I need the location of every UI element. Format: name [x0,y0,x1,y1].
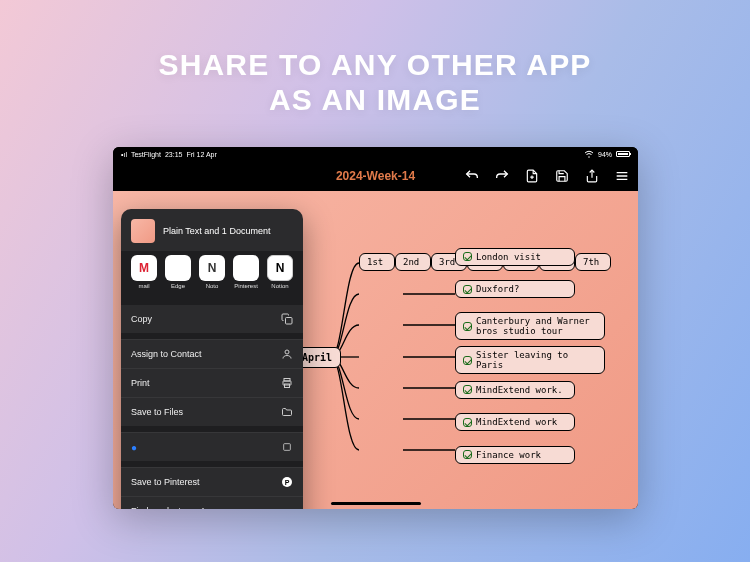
root-label: April [302,352,332,363]
battery-pct: 94% [598,151,612,158]
day-node[interactable]: 1st [359,253,395,271]
share-sheet: Plain Text and 1 Document MmaileEdgeNNot… [121,209,303,509]
marketing-headline: SHARE TO ANY OTHER APP AS AN IMAGE [0,48,750,117]
share-app-notion[interactable]: NNotion [267,255,293,289]
checkbox-icon[interactable] [463,285,472,294]
app-label: Pinterest [234,283,258,289]
copy-icon [281,313,293,325]
print-icon [281,377,293,389]
svg-text:P: P [285,479,290,486]
checkbox-icon[interactable] [463,252,472,261]
share-app-noto[interactable]: NNoto [199,255,225,289]
app-label: Noto [206,283,219,289]
task-node[interactable]: Finance work [455,446,575,464]
svg-rect-6 [286,318,293,325]
headline-line-2: AS AN IMAGE [0,83,750,118]
task-node[interactable]: Sister leaving to Paris [455,346,605,374]
action-label: Assign to Contact [131,349,202,359]
action-label: Save to Pinterest [131,477,200,487]
app-label: mail [138,283,149,289]
app-icon: M [131,255,157,281]
status-date: Fri 12 Apr [186,151,216,158]
battery-icon [616,151,630,157]
share-app-mail[interactable]: Mmail [131,255,157,289]
checkbox-icon[interactable] [463,385,472,394]
share-action[interactable]: Copy [121,305,303,333]
app-label: Edge [171,283,185,289]
checkbox-icon[interactable] [463,322,472,331]
task-node[interactable]: MindExtend work [455,413,575,431]
task-node[interactable]: Duxford? [455,280,575,298]
share-action[interactable]: Find products on Amazon [121,496,303,509]
action-dot-icon: ● [131,442,137,453]
share-action[interactable]: Print [121,368,303,397]
app-icon: P [233,255,259,281]
day-label: 3rd [439,257,455,267]
day-label: 2nd [403,257,419,267]
task-label: London visit [476,252,541,262]
undo-button[interactable] [464,168,480,184]
task-label: MindExtend work [476,417,557,427]
share-button[interactable] [584,168,600,184]
save-button[interactable] [554,168,570,184]
mindmap-canvas[interactable]: April 1st2nd3rd4th5th6th7th London visit… [113,191,638,509]
status-bar: •ıl TestFlight 23:15 Fri 12 Apr 94% [113,147,638,161]
share-app-edge[interactable]: eEdge [165,255,191,289]
app-icon: N [199,255,225,281]
action-label: Find products on Amazon [131,506,233,509]
status-carrier: TestFlight [131,151,161,158]
svg-point-7 [285,350,289,354]
contact-icon [281,348,293,360]
share-app-row: MmaileEdgeNNotoPPinterestNNotion [121,251,303,299]
share-action[interactable]: Assign to Contact [121,339,303,368]
files-icon [281,406,293,418]
day-label: 1st [367,257,383,267]
checkbox-icon[interactable] [463,356,472,365]
share-header: Plain Text and 1 Document [163,226,270,236]
share-action[interactable]: Save to PinterestP [121,467,303,496]
action-label: Copy [131,314,152,324]
task-label: Finance work [476,450,541,460]
wifi-icon [584,150,594,159]
home-indicator[interactable] [331,502,421,505]
share-actions-list: CopyAssign to ContactPrintSave to Files●… [121,305,303,509]
tablet-frame: •ıl TestFlight 23:15 Fri 12 Apr 94% 2024… [113,147,638,509]
app-toolbar: 2024-Week-14 [113,161,638,191]
svg-rect-11 [284,444,291,451]
app-icon: e [165,255,191,281]
status-time: 23:15 [165,151,183,158]
checkbox-icon[interactable] [463,450,472,459]
menu-button[interactable] [614,168,630,184]
new-doc-button[interactable] [524,168,540,184]
share-action[interactable]: ● [121,432,303,461]
task-label: Sister leaving to Paris [476,350,597,370]
square-icon [281,441,293,453]
app-label: Notion [271,283,288,289]
pinterest-icon: P [281,476,293,488]
action-label: Save to Files [131,407,183,417]
chevron-icon [281,505,293,509]
day-node[interactable]: 2nd [395,253,431,271]
task-label: MindExtend work. [476,385,563,395]
headline-line-1: SHARE TO ANY OTHER APP [0,48,750,83]
action-label: Print [131,378,150,388]
app-icon: N [267,255,293,281]
task-node[interactable]: Canterbury and Warner bros studio tour [455,312,605,340]
share-action[interactable]: Save to Files [121,397,303,426]
task-node[interactable]: London visit [455,248,575,266]
task-label: Duxford? [476,284,519,294]
checkbox-icon[interactable] [463,418,472,427]
share-thumbnail [131,219,155,243]
redo-button[interactable] [494,168,510,184]
share-app-pinterest[interactable]: PPinterest [233,255,259,289]
task-label: Canterbury and Warner bros studio tour [476,316,597,336]
task-node[interactable]: MindExtend work. [455,381,575,399]
